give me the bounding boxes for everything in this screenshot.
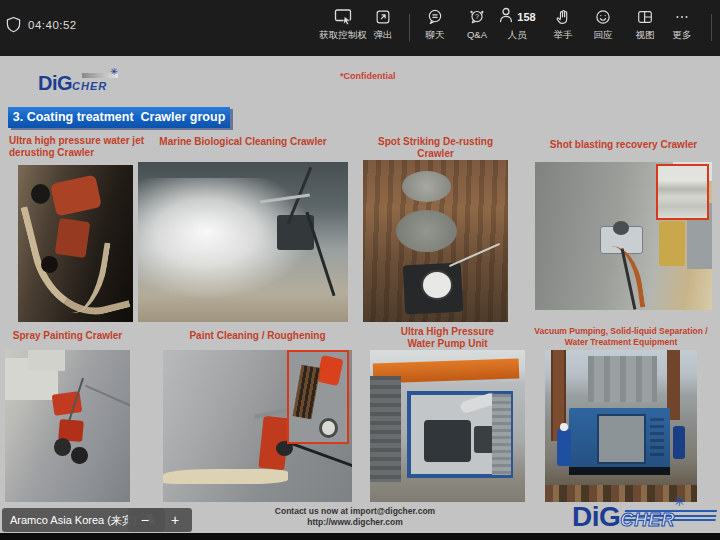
people-button[interactable]: 158 人员 [494, 7, 540, 40]
shield-icon [6, 16, 21, 37]
inset-wheel [319, 418, 338, 438]
people-label: 人员 [508, 30, 527, 40]
cable [286, 441, 352, 469]
meeting-toolbar: 04:40:52 获取控制权 弹出 聊天 ? Q&A [0, 0, 720, 56]
caption-vacuum-pumping-equipment: Vacuum Pumping, Solid-liquid Separation … [531, 326, 711, 348]
zoom-out-button[interactable]: − [141, 513, 149, 527]
svg-text:?: ? [475, 11, 479, 20]
caption-marine-cleaning-crawler: Marine Biological Cleaning Crawler [138, 136, 348, 148]
logo-starburst-icon: ✳ [674, 493, 686, 509]
more-label: 更多 [673, 30, 692, 40]
zoom-control-pill: − + [128, 508, 192, 532]
smiley-icon [594, 7, 612, 26]
chat-label: 聊天 [426, 30, 445, 40]
chat-button[interactable]: 聊天 [418, 7, 452, 40]
raise-hand-button[interactable]: 举手 [546, 7, 580, 40]
chat-icon [426, 7, 444, 26]
photo-water-jet-derusting-crawler [18, 165, 133, 322]
zoom-inset-box [287, 350, 349, 444]
crawler-wheel [71, 447, 87, 464]
popout-button[interactable]: 弹出 [366, 7, 400, 40]
photo-water-pump-unit [370, 350, 525, 502]
take-control-label: 获取控制权 [319, 30, 367, 40]
qna-button[interactable]: ? Q&A [460, 7, 494, 40]
qna-label: Q&A [467, 30, 487, 40]
people-count: 158 [517, 11, 535, 23]
container-door [597, 414, 645, 463]
digcher-logo-bottom: DiGCHER ✳ [572, 501, 675, 533]
logo-text-dig: DiG [572, 501, 620, 532]
crawler-wheel [54, 438, 72, 456]
take-control-button[interactable]: 获取控制权 [314, 7, 372, 40]
container-vents [650, 418, 664, 458]
popout-label: 弹出 [374, 30, 393, 40]
zoom-inset-box [656, 164, 709, 220]
paint-chips [163, 469, 288, 484]
toolbar-divider [711, 14, 712, 41]
pump-engine [424, 420, 471, 463]
crawler-body [55, 218, 91, 258]
worker-figure [673, 426, 685, 459]
inset-red-head [317, 355, 344, 386]
inset-brushes [293, 365, 320, 420]
meeting-timer: 04:40:52 [28, 19, 77, 31]
qna-icon: ? [468, 7, 486, 26]
yard-structure [588, 356, 658, 402]
view-button[interactable]: 视图 [628, 7, 662, 40]
meeting-window: 04:40:52 获取控制权 弹出 聊天 ? Q&A [0, 0, 720, 540]
dark-wall-panel [370, 376, 401, 482]
caption-spot-striking-crawler: Spot Striking De-rusting Crawler [363, 136, 508, 160]
screen-control-icon [333, 7, 353, 26]
photo-paint-cleaning-roughening [163, 350, 352, 502]
logo-text-cher: CHER [620, 510, 675, 530]
photo-vacuum-pumping-equipment [545, 350, 697, 502]
people-icon [498, 6, 515, 28]
logo-text-cher: CHER [72, 80, 107, 92]
popout-icon [374, 7, 392, 26]
worker-figure [557, 429, 571, 465]
zoom-in-button[interactable]: + [171, 513, 179, 527]
view-label: 视图 [636, 30, 655, 40]
photo-shot-blasting-recovery [535, 162, 712, 310]
section-title-banner: 3. Coating treatment Crawler group [8, 107, 230, 128]
digcher-logo-top: DiGCHER ✳ [38, 72, 107, 95]
worker-helmet [560, 423, 568, 431]
react-label: 回应 [594, 30, 613, 40]
painted-patch [28, 350, 66, 371]
layout-grid-icon [636, 7, 654, 26]
device-wheel [421, 270, 453, 300]
logo-text-dig: DiG [38, 72, 72, 94]
toolbar-divider [409, 14, 410, 41]
vent-panel [492, 394, 511, 475]
caption-paint-cleaning-roughening: Paint Cleaning / Roughening [163, 330, 352, 342]
ellipsis-icon [673, 7, 691, 26]
react-button[interactable]: 回应 [586, 7, 620, 40]
contact-email-line: Contact us now at import@digcher.com [250, 506, 460, 517]
caption-shot-blasting-crawler: Shot blasting recovery Crawler [535, 139, 712, 151]
container-base [569, 467, 669, 475]
yard-equipment [659, 221, 686, 265]
photo-spray-painting-crawler [5, 350, 130, 502]
supply-hose [85, 384, 130, 409]
contact-url-line: http://www.digcher.com [250, 517, 460, 528]
logo-starburst-icon: ✳ [110, 66, 118, 77]
presenter-name: Aramco Asia Korea (来宾) [10, 513, 137, 528]
caption-water-pump-unit: Ultra High Pressure Water Pump Unit [370, 326, 525, 350]
raise-hand-icon [554, 7, 572, 26]
crawler-detail [613, 221, 629, 234]
caption-spray-painting-crawler: Spray Painting Crawler [5, 330, 130, 342]
blue-container-unit [569, 408, 669, 475]
photo-spot-striking-derusting [363, 160, 508, 322]
photo-marine-biological-cleaning [138, 162, 348, 322]
more-button[interactable]: 更多 [665, 7, 699, 40]
raise-hand-label: 举手 [554, 30, 573, 40]
contact-block: Contact us now at import@digcher.com htt… [250, 506, 460, 529]
bottom-letterbox-bar [0, 533, 720, 540]
confidential-watermark: *Confidential [340, 71, 396, 81]
